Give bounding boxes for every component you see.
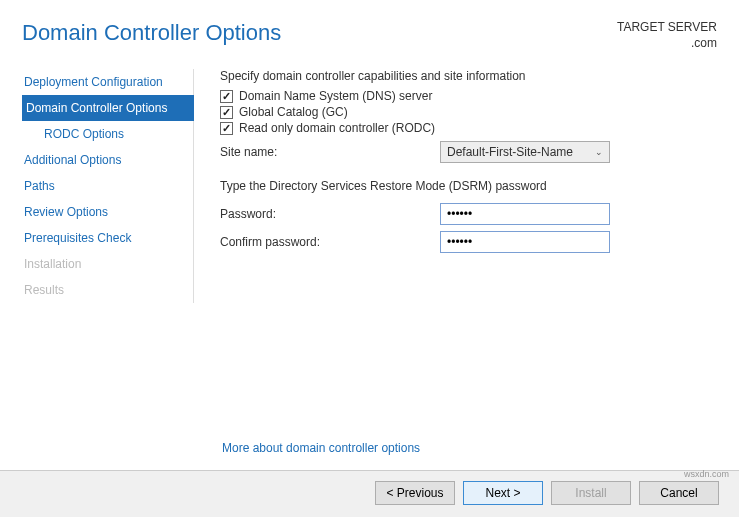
- main-panel: Specify domain controller capabilities a…: [194, 69, 739, 303]
- sidebar-item-rodc-options[interactable]: RODC Options: [22, 121, 193, 147]
- dsrm-heading: Type the Directory Services Restore Mode…: [220, 179, 719, 193]
- sidebar-item-domain-controller-options[interactable]: Domain Controller Options: [22, 95, 194, 121]
- watermark: wsxdn.com: [684, 469, 729, 479]
- sidebar-item-deployment-configuration[interactable]: Deployment Configuration: [22, 69, 193, 95]
- site-name-label: Site name:: [220, 145, 440, 159]
- checkbox-label: Read only domain controller (RODC): [239, 121, 435, 135]
- more-about-link[interactable]: More about domain controller options: [222, 441, 420, 455]
- check-icon: [220, 90, 233, 103]
- site-name-selected-value: Default-First-Site-Name: [447, 145, 573, 159]
- cancel-button[interactable]: Cancel: [639, 481, 719, 505]
- checkbox-label: Domain Name System (DNS) server: [239, 89, 432, 103]
- sidebar-item-prerequisites-check[interactable]: Prerequisites Check: [22, 225, 193, 251]
- checkbox-global-catalog[interactable]: Global Catalog (GC): [220, 105, 719, 119]
- previous-button[interactable]: < Previous: [375, 481, 455, 505]
- wizard-sidebar: Deployment Configuration Domain Controll…: [22, 69, 194, 303]
- sidebar-item-review-options[interactable]: Review Options: [22, 199, 193, 225]
- checkbox-rodc[interactable]: Read only domain controller (RODC): [220, 121, 719, 135]
- sidebar-item-results: Results: [22, 277, 193, 303]
- confirm-password-field[interactable]: [440, 231, 610, 253]
- check-icon: [220, 122, 233, 135]
- check-icon: [220, 106, 233, 119]
- checkbox-label: Global Catalog (GC): [239, 105, 348, 119]
- capabilities-heading: Specify domain controller capabilities a…: [220, 69, 719, 83]
- site-name-select[interactable]: Default-First-Site-Name ⌄: [440, 141, 610, 163]
- password-label: Password:: [220, 207, 440, 221]
- wizard-footer: < Previous Next > Install Cancel: [0, 470, 739, 517]
- checkbox-dns-server[interactable]: Domain Name System (DNS) server: [220, 89, 719, 103]
- target-server-block: TARGET SERVER .com: [617, 20, 717, 51]
- sidebar-item-paths[interactable]: Paths: [22, 173, 193, 199]
- password-field[interactable]: [440, 203, 610, 225]
- sidebar-item-installation: Installation: [22, 251, 193, 277]
- chevron-down-icon: ⌄: [595, 147, 603, 157]
- target-server-label: TARGET SERVER: [617, 20, 717, 36]
- confirm-password-label: Confirm password:: [220, 235, 440, 249]
- sidebar-item-additional-options[interactable]: Additional Options: [22, 147, 193, 173]
- target-server-name: .com: [617, 36, 717, 52]
- next-button[interactable]: Next >: [463, 481, 543, 505]
- page-title: Domain Controller Options: [22, 20, 281, 46]
- install-button: Install: [551, 481, 631, 505]
